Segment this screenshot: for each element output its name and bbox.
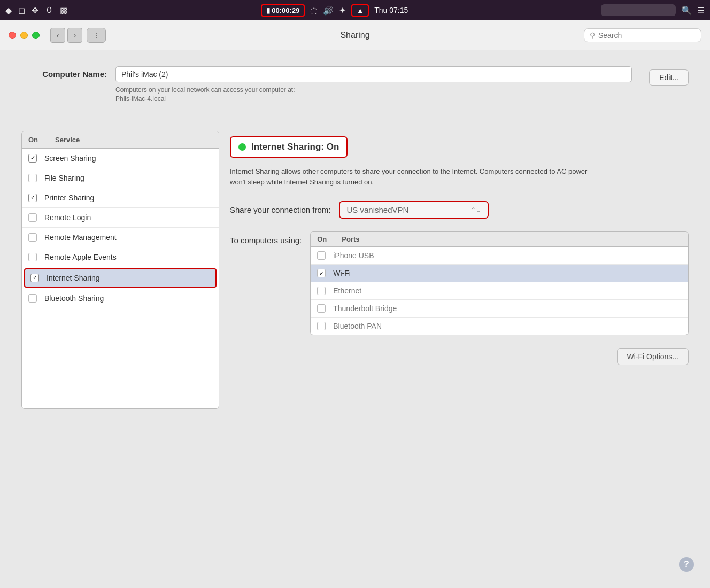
service-name-remote-management: Remote Management — [44, 233, 117, 242]
wifi-options-button[interactable]: Wi-Fi Options... — [617, 348, 689, 365]
port-row-thunderbolt-bridge[interactable]: Thunderbolt Bridge — [311, 300, 688, 318]
spotlight-icon[interactable]: 🔍 — [681, 5, 692, 16]
services-list-header: On Service — [22, 131, 219, 149]
service-checkbox-file-sharing[interactable] — [28, 174, 37, 182]
service-row-bluetooth-sharing[interactable]: Bluetooth Sharing — [22, 289, 219, 308]
ports-col-ports: Ports — [342, 235, 682, 243]
port-name-ethernet: Ethernet — [333, 287, 361, 295]
port-checkbox-bluetooth-pan[interactable] — [317, 322, 326, 330]
service-name-remote-apple-events: Remote Apple Events — [44, 253, 117, 261]
dropdown-arrows-icon: ⌃⌄ — [470, 206, 481, 214]
col-service-header: Service — [55, 136, 212, 144]
wifi-icon: ▲ — [357, 6, 364, 14]
forward-button[interactable]: › — [67, 28, 82, 43]
service-checkbox-remote-apple-events[interactable] — [28, 253, 37, 261]
service-name-internet-sharing: Internet Sharing — [47, 274, 100, 282]
port-checkbox-thunderbolt-bridge[interactable] — [317, 304, 326, 313]
hint-line2: Phils-iMac-4.local — [115, 95, 166, 103]
menubar-right: 🔍 ☰ — [601, 4, 705, 16]
service-row-internet-sharing[interactable]: ✓Internet Sharing — [24, 268, 217, 288]
service-row-file-sharing[interactable]: File Sharing — [22, 168, 219, 188]
services-list: On Service ✓Screen SharingFile Sharing✓P… — [21, 131, 219, 409]
port-name-thunderbolt-bridge: Thunderbolt Bridge — [333, 304, 397, 313]
search-box[interactable]: ⚲ — [584, 28, 701, 42]
port-name-bluetooth-pan: Bluetooth PAN — [333, 322, 382, 330]
wifi-options-wrapper: Wi-Fi Options... — [230, 348, 689, 365]
computer-name-hint: Computers on your local network can acce… — [115, 86, 632, 104]
port-row-wifi[interactable]: ✓Wi-Fi — [311, 265, 688, 282]
menubar-center: ▮ 00:00:29 ◌ 🔊 ✦ ▲ Thu 07:15 — [261, 4, 408, 17]
timer-badge: ▮ 00:00:29 — [261, 4, 305, 17]
service-name-bluetooth-sharing: Bluetooth Sharing — [44, 294, 104, 303]
port-name-iphone-usb: iPhone USB — [333, 251, 374, 260]
maximize-button[interactable] — [32, 32, 40, 39]
computer-name-right: Computers on your local network can acce… — [115, 66, 632, 104]
window-title: Sharing — [340, 30, 369, 40]
back-button[interactable]: ‹ — [50, 28, 65, 43]
port-checkbox-iphone-usb[interactable] — [317, 251, 326, 260]
connection-dropdown[interactable]: US vanishedVPN ⌃⌄ — [339, 201, 489, 219]
service-checkbox-bluetooth-sharing[interactable] — [28, 294, 37, 303]
service-row-remote-login[interactable]: Remote Login — [22, 208, 219, 228]
sharing-status-header: Internet Sharing: On — [230, 136, 348, 158]
services-panel: On Service ✓Screen SharingFile Sharing✓P… — [21, 131, 689, 409]
edit-button[interactable]: Edit... — [649, 69, 689, 86]
apple-icon: ◆ — [5, 5, 12, 16]
volume-icon: 🔊 — [323, 5, 334, 16]
divider — [21, 120, 689, 120]
cast-icon: ▩ — [60, 5, 68, 16]
ports-table: On Ports iPhone USB✓Wi-FiEthernetThunder… — [310, 231, 689, 335]
close-button[interactable] — [9, 32, 16, 39]
help-button[interactable]: ? — [679, 557, 694, 572]
service-checkbox-screen-sharing[interactable]: ✓ — [28, 154, 37, 163]
service-checkbox-remote-login[interactable] — [28, 213, 37, 222]
computer-name-section: Computer Name: Computers on your local n… — [21, 66, 689, 104]
service-checkbox-printer-sharing[interactable]: ✓ — [28, 194, 37, 202]
menubar-left: ◆ ◻ ✥ ０ ▩ — [5, 5, 68, 16]
wifi-badge: ▲ — [351, 4, 369, 17]
timer-value: 00:00:29 — [272, 6, 299, 14]
service-checkbox-remote-management[interactable] — [28, 233, 37, 242]
port-row-iphone-usb[interactable]: iPhone USB — [311, 247, 688, 265]
to-computers-label: To computers using: — [230, 231, 302, 245]
service-row-printer-sharing[interactable]: ✓Printer Sharing — [22, 188, 219, 208]
service-row-remote-apple-events[interactable]: Remote Apple Events — [22, 247, 219, 267]
window-controls — [9, 32, 40, 39]
port-checkbox-ethernet[interactable] — [317, 287, 326, 295]
minimize-button[interactable] — [20, 32, 28, 39]
menubar-search[interactable] — [601, 4, 676, 16]
font-icon: ０ — [45, 5, 53, 16]
grid-view-button[interactable]: ⋮ — [87, 28, 106, 43]
service-name-file-sharing: File Sharing — [44, 174, 84, 182]
titlebar: ‹ › ⋮ Sharing ⚲ — [0, 20, 710, 50]
brightness-icon: ✦ — [339, 5, 346, 16]
service-name-remote-login: Remote Login — [44, 213, 91, 222]
search-input[interactable] — [598, 31, 696, 40]
search-icon: ⚲ — [590, 31, 595, 40]
menubar-time: Thu 07:15 — [374, 6, 408, 14]
port-name-wifi: Wi-Fi — [333, 269, 351, 277]
port-row-ethernet[interactable]: Ethernet — [311, 282, 688, 300]
service-row-remote-management[interactable]: Remote Management — [22, 228, 219, 247]
service-name-screen-sharing: Screen Sharing — [44, 154, 96, 163]
service-name-printer-sharing: Printer Sharing — [44, 194, 94, 202]
service-row-screen-sharing[interactable]: ✓Screen Sharing — [22, 149, 219, 168]
sharing-description: Internet Sharing allows other computers … — [230, 166, 593, 189]
port-row-bluetooth-pan[interactable]: Bluetooth PAN — [311, 318, 688, 335]
port-checkbox-wifi[interactable]: ✓ — [317, 269, 326, 277]
menu-icon[interactable]: ☰ — [697, 5, 705, 16]
connection-dropdown-value: US vanishedVPN — [346, 205, 408, 214]
edit-button-wrapper: Edit... — [649, 66, 689, 86]
main-content: Computer Name: Computers on your local n… — [0, 50, 710, 585]
grid-icon: ⋮ — [92, 31, 100, 40]
nav-buttons: ‹ › — [50, 28, 82, 43]
back-icon: ‹ — [57, 31, 59, 40]
dropbox-icon: ◻ — [18, 5, 25, 16]
status-green-dot — [238, 143, 246, 151]
services-rows: ✓Screen SharingFile Sharing✓Printer Shar… — [22, 149, 219, 308]
computer-name-input[interactable] — [115, 66, 632, 82]
to-computers-section: To computers using: On Ports iPhone USB✓… — [230, 231, 689, 335]
services-detail: Internet Sharing: On Internet Sharing al… — [230, 131, 689, 371]
timer-icon: ▮ — [266, 6, 270, 14]
service-checkbox-internet-sharing[interactable]: ✓ — [30, 274, 39, 282]
